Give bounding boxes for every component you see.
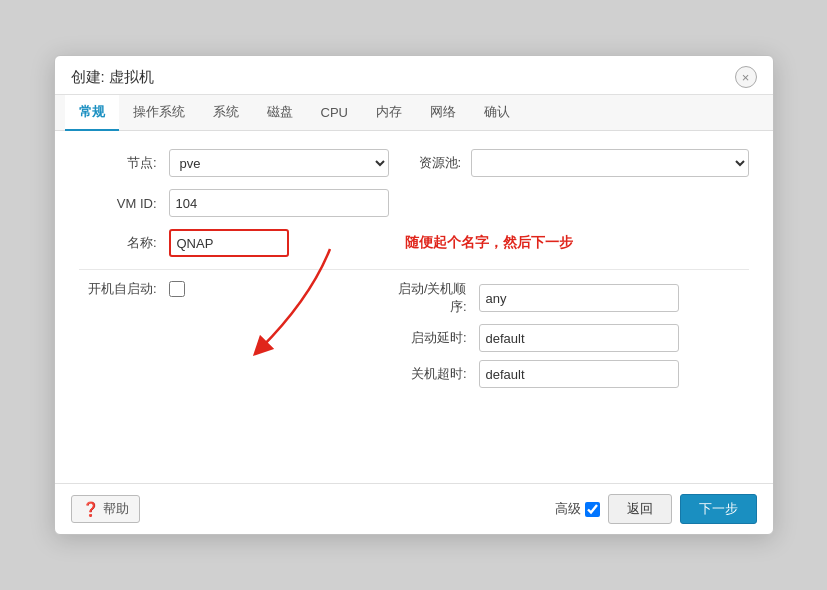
dialog-footer: ❓ 帮助 高级 返回 下一步	[55, 483, 773, 534]
dialog-body: 节点: pve 资源池: VM ID:	[55, 131, 773, 483]
boot-section: 开机自启动: 启动/关机顺序: 启动延时: 关机超时:	[79, 280, 749, 388]
shutdown-timeout-row: 关机超时:	[389, 360, 749, 388]
node-control: pve	[169, 149, 389, 177]
dialog-title-bar: 创建: 虚拟机 ×	[55, 56, 773, 95]
vmid-row: VM ID:	[79, 189, 749, 217]
shutdown-timeout-label: 关机超时:	[389, 365, 479, 383]
tab-general[interactable]: 常规	[65, 95, 119, 131]
boot-order-control	[479, 284, 679, 312]
next-button[interactable]: 下一步	[680, 494, 757, 524]
create-vm-dialog: 创建: 虚拟机 × 常规 操作系统 系统 磁盘 CPU 内存 网络 确认 节点:…	[54, 55, 774, 535]
name-control	[169, 229, 389, 257]
boot-order-row: 启动/关机顺序:	[389, 280, 749, 316]
tab-system[interactable]: 系统	[199, 95, 253, 131]
node-row: 节点: pve 资源池:	[79, 149, 749, 177]
vmid-control	[169, 189, 389, 217]
vmid-input[interactable]	[169, 189, 389, 217]
resource-pool-control	[471, 149, 748, 177]
name-label: 名称:	[79, 234, 169, 252]
resource-pool-label: 资源池:	[419, 154, 462, 172]
resource-pool-section: 资源池:	[419, 149, 749, 177]
tab-confirm[interactable]: 确认	[470, 95, 524, 131]
vmid-label: VM ID:	[79, 196, 169, 211]
boot-label: 开机自启动:	[79, 280, 169, 298]
name-input[interactable]	[169, 229, 289, 257]
node-select[interactable]: pve	[169, 149, 389, 177]
shutdown-timeout-input[interactable]	[479, 360, 679, 388]
back-button[interactable]: 返回	[608, 494, 672, 524]
tab-disk[interactable]: 磁盘	[253, 95, 307, 131]
boot-delay-control	[479, 324, 679, 352]
dialog-title: 创建: 虚拟机	[71, 68, 154, 87]
shutdown-timeout-control	[479, 360, 679, 388]
help-label: 帮助	[103, 500, 129, 518]
footer-right: 高级 返回 下一步	[555, 494, 757, 524]
tab-os[interactable]: 操作系统	[119, 95, 199, 131]
node-label: 节点:	[79, 154, 169, 172]
advanced-check-label: 高级	[555, 500, 600, 518]
close-button[interactable]: ×	[735, 66, 757, 88]
advanced-checkbox[interactable]	[585, 502, 600, 517]
name-row: 名称: 随便起个名字，然后下一步	[79, 229, 749, 257]
tab-network[interactable]: 网络	[416, 95, 470, 131]
boot-right: 启动/关机顺序: 启动延时: 关机超时:	[389, 280, 749, 388]
boot-order-input[interactable]	[479, 284, 679, 312]
help-button[interactable]: ❓ 帮助	[71, 495, 140, 523]
tab-cpu[interactable]: CPU	[307, 97, 362, 130]
boot-delay-label: 启动延时:	[389, 329, 479, 347]
boot-left: 开机自启动:	[79, 280, 389, 298]
help-icon: ❓	[82, 501, 99, 517]
boot-delay-input[interactable]	[479, 324, 679, 352]
annotation-text: 随便起个名字，然后下一步	[405, 234, 573, 252]
divider	[79, 269, 749, 270]
resource-pool-select[interactable]	[471, 149, 748, 177]
boot-checkbox[interactable]	[169, 281, 185, 297]
tabs-bar: 常规 操作系统 系统 磁盘 CPU 内存 网络 确认	[55, 95, 773, 131]
boot-order-label: 启动/关机顺序:	[389, 280, 479, 316]
tab-memory[interactable]: 内存	[362, 95, 416, 131]
advanced-label: 高级	[555, 500, 581, 518]
boot-delay-row: 启动延时:	[389, 324, 749, 352]
